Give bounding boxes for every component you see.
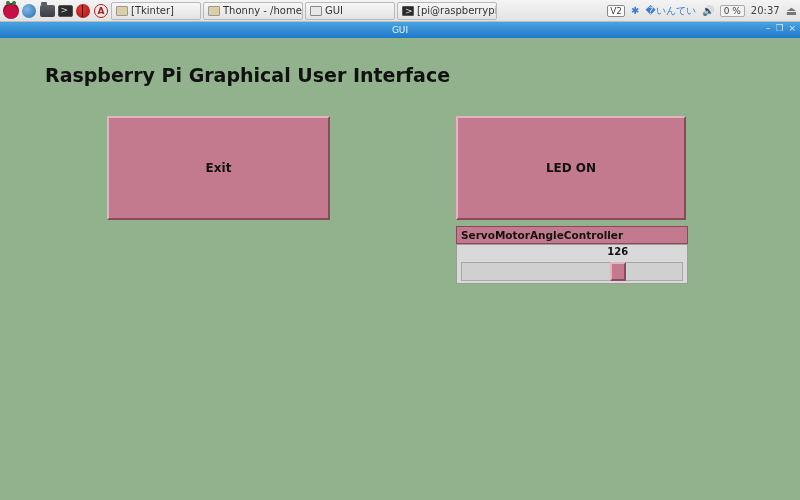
window-thumb-icon [310, 6, 322, 16]
cpu-usage-indicator[interactable]: 0 % [720, 5, 745, 17]
os-taskbar: A [Tkinter] Thonny - /home/pi/... GUI [p… [0, 0, 800, 22]
file-manager-icon[interactable] [39, 3, 55, 19]
page-title: Raspberry Pi Graphical User Interface [45, 64, 450, 86]
window-close-button[interactable]: × [788, 23, 796, 33]
led-toggle-button[interactable]: LED ON [456, 116, 686, 220]
menu-raspberry-icon[interactable] [3, 3, 19, 19]
bluetooth-icon[interactable]: ✱ [631, 5, 639, 16]
exit-button[interactable]: Exit [107, 116, 330, 220]
taskbar-item-label: [pi@raspberrypi: ~] [417, 5, 497, 16]
exit-button-label: Exit [206, 161, 232, 175]
taskbar-item-terminal[interactable]: [pi@raspberrypi: ~] [397, 2, 497, 20]
servo-slider-trough[interactable] [461, 262, 683, 281]
volume-icon[interactable]: 🔊 [702, 5, 714, 16]
app-circle-icon[interactable]: A [93, 3, 109, 19]
servo-slider: ServoMotorAngleController 126 [456, 226, 688, 284]
browser-icon[interactable] [21, 3, 37, 19]
terminal-icon[interactable] [57, 3, 73, 19]
window-titlebar[interactable]: GUI – ❐ × [0, 22, 800, 38]
window-thumb-icon [208, 6, 220, 16]
servo-slider-label: ServoMotorAngleController [456, 226, 688, 244]
servo-slider-body[interactable]: 126 [456, 244, 688, 284]
taskbar-item-gui[interactable]: GUI [305, 2, 395, 20]
app-canvas: Raspberry Pi Graphical User Interface Ex… [0, 38, 800, 500]
taskbar-item-tkinter[interactable]: [Tkinter] [111, 2, 201, 20]
taskbar-item-label: [Tkinter] [131, 5, 174, 16]
window-thumb-icon [402, 6, 414, 16]
eject-icon[interactable]: ⏏ [786, 4, 797, 18]
led-button-label: LED ON [546, 161, 596, 175]
system-tray: V2 ✱ �いんてい 🔊 0 % 20:37 ⏏ [607, 4, 797, 18]
window-title: GUI [392, 25, 408, 35]
wifi-icon[interactable]: �いんてい [645, 4, 695, 18]
window-thumb-icon [116, 6, 128, 16]
taskbar-item-label: Thonny - /home/pi/... [223, 5, 303, 16]
taskbar-item-thonny[interactable]: Thonny - /home/pi/... [203, 2, 303, 20]
clock[interactable]: 20:37 [751, 5, 780, 16]
taskbar-item-label: GUI [325, 5, 343, 16]
window-maximize-button[interactable]: ❐ [775, 23, 783, 33]
servo-slider-value: 126 [607, 246, 628, 257]
window-minimize-button[interactable]: – [766, 23, 771, 33]
servo-slider-thumb[interactable] [610, 262, 626, 281]
vnc-indicator[interactable]: V2 [607, 5, 625, 17]
debug-beetle-icon[interactable] [75, 3, 91, 19]
